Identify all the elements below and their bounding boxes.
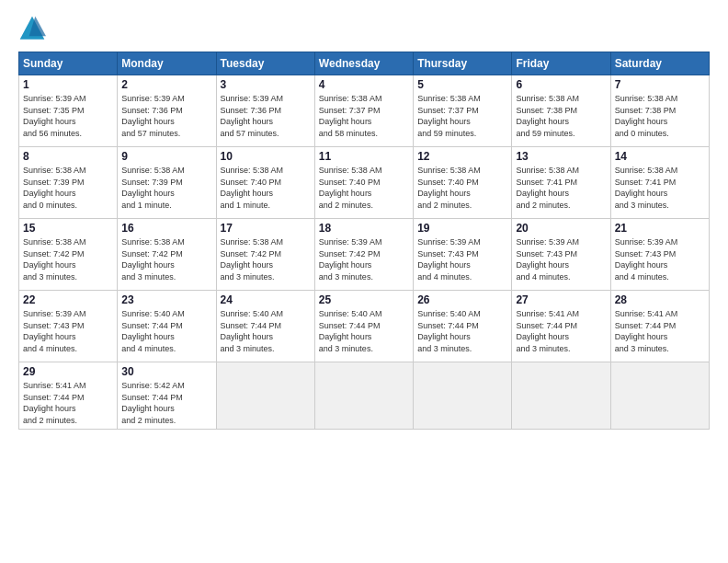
calendar-cell [216,362,314,430]
calendar-cell: 8Sunrise: 5:38 AMSunset: 7:39 PMDaylight… [19,147,118,219]
cell-info: Sunrise: 5:40 AMSunset: 7:44 PMDaylight … [417,309,481,353]
calendar-cell: 17Sunrise: 5:38 AMSunset: 7:42 PMDayligh… [216,219,314,291]
day-number: 25 [319,293,409,306]
cell-info: Sunrise: 5:38 AMSunset: 7:41 PMDaylight … [615,166,678,210]
day-number: 27 [516,293,606,306]
logo [18,15,50,42]
calendar-cell: 30Sunrise: 5:42 AMSunset: 7:44 PMDayligh… [118,362,216,430]
cell-info: Sunrise: 5:38 AMSunset: 7:37 PMDaylight … [319,94,382,138]
day-number: 30 [121,365,211,378]
calendar-cell: 26Sunrise: 5:40 AMSunset: 7:44 PMDayligh… [414,291,512,362]
calendar-cell [512,362,610,430]
day-number: 17 [221,222,311,235]
calendar-cell: 13Sunrise: 5:38 AMSunset: 7:41 PMDayligh… [512,147,610,219]
calendar-header-row: SundayMondayTuesdayWednesdayThursdayFrid… [19,52,710,75]
calendar-cell: 1Sunrise: 5:39 AMSunset: 7:35 PMDaylight… [19,75,118,147]
cell-info: Sunrise: 5:38 AMSunset: 7:40 PMDaylight … [319,166,382,210]
calendar-cell: 28Sunrise: 5:41 AMSunset: 7:44 PMDayligh… [610,291,709,362]
cell-info: Sunrise: 5:38 AMSunset: 7:38 PMDaylight … [516,94,579,138]
cell-info: Sunrise: 5:39 AMSunset: 7:43 PMDaylight … [417,237,481,282]
day-number: 6 [516,78,606,91]
cell-info: Sunrise: 5:39 AMSunset: 7:43 PMDaylight … [23,309,86,353]
calendar-table: SundayMondayTuesdayWednesdayThursdayFrid… [18,52,710,430]
cell-info: Sunrise: 5:39 AMSunset: 7:36 PMDaylight … [221,94,284,138]
calendar-cell [414,362,512,430]
day-number: 8 [23,150,113,163]
calendar-cell [610,362,709,430]
cell-info: Sunrise: 5:38 AMSunset: 7:40 PMDaylight … [417,166,481,210]
calendar-cell: 15Sunrise: 5:38 AMSunset: 7:42 PMDayligh… [19,219,118,291]
cell-info: Sunrise: 5:41 AMSunset: 7:44 PMDaylight … [23,381,86,425]
cell-info: Sunrise: 5:38 AMSunset: 7:40 PMDaylight … [221,166,284,210]
cell-info: Sunrise: 5:41 AMSunset: 7:44 PMDaylight … [516,309,579,353]
day-number: 28 [615,293,705,306]
day-number: 10 [221,150,311,163]
cell-info: Sunrise: 5:41 AMSunset: 7:44 PMDaylight … [615,309,678,353]
calendar-cell: 14Sunrise: 5:38 AMSunset: 7:41 PMDayligh… [610,147,709,219]
cell-info: Sunrise: 5:40 AMSunset: 7:44 PMDaylight … [319,309,382,353]
calendar-cell: 7Sunrise: 5:38 AMSunset: 7:38 PMDaylight… [610,75,709,147]
calendar-cell [314,362,413,430]
calendar-cell: 19Sunrise: 5:39 AMSunset: 7:43 PMDayligh… [414,219,512,291]
day-number: 1 [23,78,113,91]
day-number: 23 [121,293,211,306]
calendar-cell: 5Sunrise: 5:38 AMSunset: 7:37 PMDaylight… [414,75,512,147]
day-number: 19 [417,222,507,235]
day-number: 12 [417,150,507,163]
cell-info: Sunrise: 5:42 AMSunset: 7:44 PMDaylight … [121,381,185,425]
day-number: 24 [221,293,311,306]
cell-info: Sunrise: 5:39 AMSunset: 7:35 PMDaylight … [23,94,86,138]
calendar-cell: 9Sunrise: 5:38 AMSunset: 7:39 PMDaylight… [118,147,216,219]
cell-info: Sunrise: 5:38 AMSunset: 7:41 PMDaylight … [516,166,579,210]
calendar-cell: 3Sunrise: 5:39 AMSunset: 7:36 PMDaylight… [216,75,314,147]
day-number: 7 [615,78,705,91]
calendar-cell: 24Sunrise: 5:40 AMSunset: 7:44 PMDayligh… [216,291,314,362]
cell-info: Sunrise: 5:39 AMSunset: 7:43 PMDaylight … [516,237,579,282]
day-number: 15 [23,222,113,235]
day-number: 11 [319,150,409,163]
day-number: 3 [221,78,311,91]
calendar-cell: 20Sunrise: 5:39 AMSunset: 7:43 PMDayligh… [512,219,610,291]
day-number: 29 [23,365,113,378]
logo-icon [18,15,46,42]
day-number: 16 [121,222,211,235]
day-number: 5 [417,78,507,91]
col-header-sunday: Sunday [19,52,118,75]
calendar-cell: 27Sunrise: 5:41 AMSunset: 7:44 PMDayligh… [512,291,610,362]
calendar-cell: 21Sunrise: 5:39 AMSunset: 7:43 PMDayligh… [610,219,709,291]
cell-info: Sunrise: 5:40 AMSunset: 7:44 PMDaylight … [221,309,284,353]
day-number: 9 [121,150,211,163]
calendar-cell: 22Sunrise: 5:39 AMSunset: 7:43 PMDayligh… [19,291,118,362]
cell-info: Sunrise: 5:38 AMSunset: 7:42 PMDaylight … [23,237,86,282]
col-header-saturday: Saturday [610,52,709,75]
cell-info: Sunrise: 5:38 AMSunset: 7:39 PMDaylight … [23,166,86,210]
day-number: 14 [615,150,705,163]
day-number: 4 [319,78,409,91]
day-number: 21 [615,222,705,235]
cell-info: Sunrise: 5:38 AMSunset: 7:42 PMDaylight … [121,237,185,282]
calendar-cell: 4Sunrise: 5:38 AMSunset: 7:37 PMDaylight… [314,75,413,147]
day-number: 2 [121,78,211,91]
col-header-wednesday: Wednesday [314,52,413,75]
cell-info: Sunrise: 5:38 AMSunset: 7:37 PMDaylight … [417,94,481,138]
day-number: 20 [516,222,606,235]
calendar-cell: 25Sunrise: 5:40 AMSunset: 7:44 PMDayligh… [314,291,413,362]
day-number: 13 [516,150,606,163]
cell-info: Sunrise: 5:38 AMSunset: 7:39 PMDaylight … [121,166,185,210]
calendar-cell: 10Sunrise: 5:38 AMSunset: 7:40 PMDayligh… [216,147,314,219]
calendar-cell: 29Sunrise: 5:41 AMSunset: 7:44 PMDayligh… [19,362,118,430]
col-header-friday: Friday [512,52,610,75]
calendar-cell: 12Sunrise: 5:38 AMSunset: 7:40 PMDayligh… [414,147,512,219]
cell-info: Sunrise: 5:39 AMSunset: 7:43 PMDaylight … [615,237,678,282]
day-number: 22 [23,293,113,306]
col-header-monday: Monday [118,52,216,75]
calendar-cell: 23Sunrise: 5:40 AMSunset: 7:44 PMDayligh… [118,291,216,362]
calendar-cell: 6Sunrise: 5:38 AMSunset: 7:38 PMDaylight… [512,75,610,147]
cell-info: Sunrise: 5:39 AMSunset: 7:36 PMDaylight … [121,94,185,138]
col-header-tuesday: Tuesday [216,52,314,75]
calendar-cell: 16Sunrise: 5:38 AMSunset: 7:42 PMDayligh… [118,219,216,291]
calendar-cell: 18Sunrise: 5:39 AMSunset: 7:42 PMDayligh… [314,219,413,291]
calendar-cell: 11Sunrise: 5:38 AMSunset: 7:40 PMDayligh… [314,147,413,219]
page: SundayMondayTuesdayWednesdayThursdayFrid… [0,0,728,563]
day-number: 18 [319,222,409,235]
